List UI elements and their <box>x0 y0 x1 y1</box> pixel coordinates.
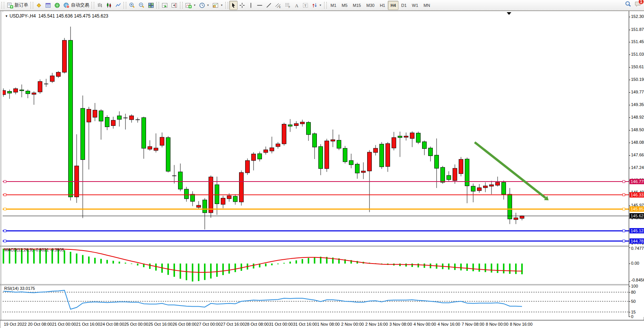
candle <box>520 215 524 220</box>
rsi-canvas[interactable] <box>3 285 629 320</box>
price-chart-panel[interactable]: ▼USDJPY-,H4 145.541 145.636 145.475 145.… <box>3 12 629 246</box>
time-axis[interactable]: 19 Oct 202220 Oct 08:0021 Oct 00:0021 Oc… <box>0 320 644 328</box>
timeframe-h4-button[interactable]: H4 <box>388 1 398 10</box>
zoom-out-button[interactable] <box>137 1 146 10</box>
market-watch-button[interactable] <box>34 1 43 10</box>
horizontal-line-object[interactable] <box>3 208 629 210</box>
data-window-icon <box>45 2 51 8</box>
timeframe-m30-button[interactable]: M30 <box>364 1 377 10</box>
candle <box>435 138 439 188</box>
candle <box>349 154 353 168</box>
candle <box>288 119 292 132</box>
price-axis[interactable]: 152.300151.870151.450151.030150.610150.1… <box>629 11 644 317</box>
timeframe-m5-button[interactable]: M5 <box>339 1 350 10</box>
candle <box>32 92 36 105</box>
candle <box>233 194 238 204</box>
candle <box>508 188 512 224</box>
candle <box>416 132 421 144</box>
horizontal-line-object[interactable] <box>3 194 629 196</box>
new-order-button[interactable]: 新订单 <box>5 1 30 10</box>
tile-windows-button[interactable] <box>146 1 156 10</box>
rsi-panel[interactable]: RSI(14) 33.0175 <box>3 285 629 320</box>
timeframe-m15-button[interactable]: M15 <box>350 1 363 10</box>
timeframe-w1-button[interactable]: W1 <box>409 1 421 10</box>
line-handle[interactable] <box>623 194 625 196</box>
macd-histogram-bar <box>265 264 267 266</box>
dropdown-arrow-icon[interactable]: ▼ <box>207 4 209 6</box>
candle <box>246 158 250 175</box>
data-window-button[interactable] <box>43 1 53 10</box>
macd-histogram-bar <box>308 258 309 264</box>
candlestick-chart-button[interactable] <box>104 1 114 10</box>
macd-axis-zero: 0.00 <box>631 261 639 265</box>
line-handle[interactable] <box>623 208 625 210</box>
toolbar-grip <box>2 2 4 9</box>
indicators-button[interactable]: ▼ <box>184 1 198 10</box>
line-handle[interactable] <box>4 194 6 196</box>
vertical-line-button[interactable] <box>247 1 255 10</box>
horizontal-line-object[interactable] <box>3 240 629 242</box>
autotrading-button[interactable]: 自动交易 <box>62 1 91 10</box>
horizontal-line-button[interactable] <box>255 1 264 10</box>
candle <box>380 142 384 169</box>
macd-canvas[interactable] <box>3 247 629 284</box>
dropdown-arrow-icon[interactable]: ▼ <box>319 4 322 6</box>
chart-shift-button[interactable] <box>170 1 179 10</box>
candle <box>386 142 390 172</box>
text-label-button[interactable]: T <box>301 1 310 10</box>
crosshair-button[interactable] <box>238 1 247 10</box>
zoom-in-button[interactable] <box>127 1 137 10</box>
arrows-button[interactable]: ▼ <box>310 1 323 10</box>
axis-tick <box>629 17 630 17</box>
candle <box>166 136 170 172</box>
candle <box>50 73 55 83</box>
auto-scroll-button[interactable] <box>160 1 170 10</box>
line-handle[interactable] <box>4 208 6 210</box>
equidistant-channel-button[interactable]: E <box>273 1 283 10</box>
chart-shift-marker[interactable] <box>507 12 511 15</box>
candlestick-chart-canvas[interactable] <box>3 12 629 246</box>
horizontal-line-object[interactable] <box>3 230 629 232</box>
line-chart-button[interactable] <box>114 1 123 10</box>
fibonacci-button[interactable]: F <box>283 1 292 10</box>
text-button[interactable]: A <box>292 1 301 10</box>
line-handle[interactable] <box>623 180 625 183</box>
candle <box>319 144 323 175</box>
line-handle[interactable] <box>4 230 6 232</box>
horizontal-line-object[interactable] <box>3 180 629 183</box>
bar-chart-button[interactable] <box>95 1 104 10</box>
symbol-period-label: USDJPY-,H4 <box>10 13 36 19</box>
navigator-button[interactable] <box>53 1 62 10</box>
line-handle[interactable] <box>623 230 625 232</box>
indicators-icon <box>185 2 192 8</box>
collapse-triangle-icon[interactable]: ▼ <box>5 14 8 18</box>
macd-histogram-bar <box>485 264 486 272</box>
macd-histogram-bar <box>100 259 102 264</box>
line-handle[interactable] <box>623 240 625 242</box>
dropdown-arrow-icon[interactable]: ▼ <box>220 4 223 6</box>
trendline-button[interactable] <box>264 1 273 10</box>
trend-arrow-annotation[interactable] <box>475 142 549 200</box>
periods-button[interactable]: ▼ <box>198 1 211 10</box>
chat-button[interactable]: 1 <box>634 1 642 7</box>
timeframe-m1-button[interactable]: M1 <box>328 1 339 10</box>
line-handle[interactable] <box>4 180 6 183</box>
macd-panel[interactable]: MACD(12,26,9) -0.5021 -0.3505 <box>3 247 629 284</box>
candle <box>471 183 475 202</box>
rsi-axis-label: 80 <box>631 290 636 294</box>
time-tick-label: 2 Nov 00:00 <box>341 322 364 326</box>
search-button[interactable] <box>625 1 631 7</box>
timeframe-h1-button[interactable]: H1 <box>377 1 388 10</box>
timeframe-d1-button[interactable]: D1 <box>398 1 409 10</box>
macd-histogram-bar <box>76 254 77 264</box>
axis-tick <box>629 281 630 282</box>
templates-button[interactable]: ▼ <box>211 1 225 10</box>
cursor-button[interactable] <box>229 1 238 10</box>
candle <box>239 170 244 206</box>
line-handle[interactable] <box>4 240 6 242</box>
macd-histogram-bar <box>283 263 285 264</box>
dropdown-arrow-icon[interactable]: ▼ <box>193 4 196 6</box>
price-tick-label: 149.770 <box>631 90 644 94</box>
timeframe-mn-button[interactable]: MN <box>421 1 433 10</box>
candle <box>300 120 305 127</box>
